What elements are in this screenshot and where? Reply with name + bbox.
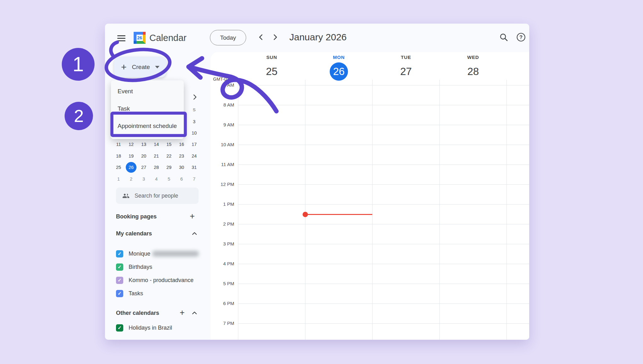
main-menu-icon[interactable]: [117, 35, 125, 41]
step-1-number: 1: [72, 53, 84, 76]
mini-calendar-day[interactable]: 17: [188, 138, 200, 150]
mini-calendar-day[interactable]: 30: [175, 161, 188, 173]
hour-label: 1 PM: [211, 201, 234, 207]
hour-grid-line: [238, 85, 529, 85]
calendar-label: Kommo - productadvance: [129, 277, 194, 284]
mini-calendar-day[interactable]: 18: [112, 150, 125, 162]
search-icon[interactable]: [499, 32, 508, 42]
mini-calendar-row: 1234567: [112, 173, 200, 185]
mini-calendar-day[interactable]: 12: [125, 138, 137, 150]
day-header-wed[interactable]: WED28: [448, 55, 498, 81]
hour-label: 12 PM: [211, 182, 234, 187]
hour-label: 8 AM: [211, 102, 234, 107]
create-button[interactable]: + Create: [114, 57, 166, 78]
mini-calendar-day[interactable]: 11: [112, 138, 125, 150]
mini-calendar-day[interactable]: 7: [188, 173, 200, 185]
calendar-list-item: ✓Tasks: [116, 287, 207, 300]
other-calendars-title: Other calendars: [116, 310, 159, 316]
calendar-checkbox[interactable]: ✓: [116, 263, 123, 271]
day-number-value: 25: [266, 66, 278, 78]
mini-calendar-day[interactable]: 1: [112, 173, 125, 185]
next-period-icon[interactable]: [271, 33, 279, 41]
search-for-people-label: Search for people: [135, 193, 178, 199]
mini-calendar-row: 18192021222324: [112, 150, 200, 162]
mini-calendar-row: 11121314151617: [112, 138, 200, 150]
day-name: TUE: [381, 55, 431, 60]
help-icon[interactable]: ?: [516, 32, 526, 42]
mini-calendar-day[interactable]: 2: [125, 173, 137, 185]
mini-calendar-day[interactable]: 24: [188, 150, 200, 162]
mini-calendar-day[interactable]: 20: [137, 150, 150, 162]
day-grid-line: [238, 80, 238, 340]
hour-grid-line: [238, 303, 529, 304]
mini-calendar-day[interactable]: 21: [150, 150, 163, 162]
mini-calendar-day[interactable]: 6: [175, 173, 188, 185]
day-grid-line: [305, 80, 305, 340]
calendar-list-item: ✓Holidays in Brazil: [116, 321, 207, 334]
day-number: 26: [314, 62, 364, 81]
day-number: 25: [246, 62, 297, 81]
mini-calendar-day[interactable]: 15: [163, 138, 175, 150]
mini-calendar-day[interactable]: 4: [150, 173, 163, 185]
collapse-other-calendars-icon[interactable]: [191, 310, 198, 316]
current-time-dot: [303, 212, 308, 217]
day-number-value: 27: [400, 66, 412, 78]
mini-calendar-day[interactable]: 27: [137, 161, 150, 173]
day-grid-line: [439, 80, 440, 340]
hour-grid-line: [238, 323, 529, 324]
google-calendar-logo-icon[interactable]: 26: [134, 32, 146, 44]
mini-calendar-day[interactable]: 3: [188, 116, 200, 127]
hour-grid-line: [238, 145, 529, 145]
hour-label: 4 PM: [211, 261, 234, 266]
mini-calendar-row: 25262728293031: [112, 161, 200, 173]
help-glyph: ?: [519, 35, 523, 40]
mini-calendar-day[interactable]: 23: [175, 150, 188, 162]
calendar-label: Holidays in Brazil: [129, 325, 172, 331]
calendar-checkbox[interactable]: ✓: [116, 324, 123, 332]
booking-pages-title: Booking pages: [116, 213, 157, 220]
menu-item-event[interactable]: Event: [111, 84, 184, 99]
calendar-checkbox[interactable]: ✓: [116, 250, 123, 257]
mini-calendar-day[interactable]: 16: [175, 138, 188, 150]
menu-item-task[interactable]: Task: [111, 101, 184, 117]
hour-grid-line: [238, 264, 529, 264]
day-header-mon[interactable]: MON26: [314, 55, 364, 81]
mini-calendar-day[interactable]: 3: [137, 173, 150, 185]
day-number: 28: [448, 62, 498, 81]
collapse-my-calendars-icon[interactable]: [191, 230, 198, 237]
hour-grid-line: [238, 244, 529, 244]
mini-calendar-day[interactable]: 13: [137, 138, 150, 150]
calendar-checkbox[interactable]: ✓: [116, 277, 123, 284]
mini-calendar-day[interactable]: S: [188, 104, 200, 116]
mini-calendar-day[interactable]: 5: [163, 173, 175, 185]
booking-pages-section: Booking pages: [116, 211, 200, 222]
mini-calendar-day[interactable]: 26: [125, 161, 137, 173]
mini-calendar-day[interactable]: 22: [163, 150, 175, 162]
mini-calendar-day[interactable]: 28: [150, 161, 163, 173]
search-for-people-field[interactable]: Search for people: [116, 188, 199, 204]
prev-period-icon[interactable]: [257, 33, 265, 41]
mini-calendar-day[interactable]: 14: [150, 138, 163, 150]
mini-calendar-day[interactable]: 31: [188, 161, 200, 173]
day-name: MON: [314, 55, 364, 60]
mini-calendar-day[interactable]: 19: [125, 150, 137, 162]
add-booking-page-button[interactable]: +: [190, 212, 195, 220]
calendar-checkbox[interactable]: ✓: [116, 290, 123, 297]
day-name: SUN: [246, 55, 297, 60]
hour-label: 7 AM: [211, 82, 234, 88]
my-calendars-section: My calendars: [116, 228, 200, 239]
timezone-label: GMT-03: [213, 77, 229, 82]
menu-item-appointment-schedule[interactable]: Appointment schedule: [111, 118, 184, 134]
day-header-sun[interactable]: SUN25: [246, 55, 297, 81]
hour-label: 2 PM: [211, 221, 234, 227]
mini-calendar-day[interactable]: 25: [112, 161, 125, 173]
mini-calendar-selected-day: 26: [126, 162, 136, 173]
chevron-down-icon: [155, 66, 159, 68]
mini-calendar-day[interactable]: 10: [188, 127, 200, 139]
mini-calendar-day[interactable]: 29: [163, 161, 175, 173]
add-other-calendar-button[interactable]: +: [180, 309, 185, 316]
day-header-tue[interactable]: TUE27: [381, 55, 431, 81]
google-calendar-window: 26 Calendar Today January 2026 ? + Creat…: [105, 24, 529, 340]
mini-calendar-next-month-icon[interactable]: [191, 94, 198, 101]
today-button[interactable]: Today: [210, 30, 246, 45]
